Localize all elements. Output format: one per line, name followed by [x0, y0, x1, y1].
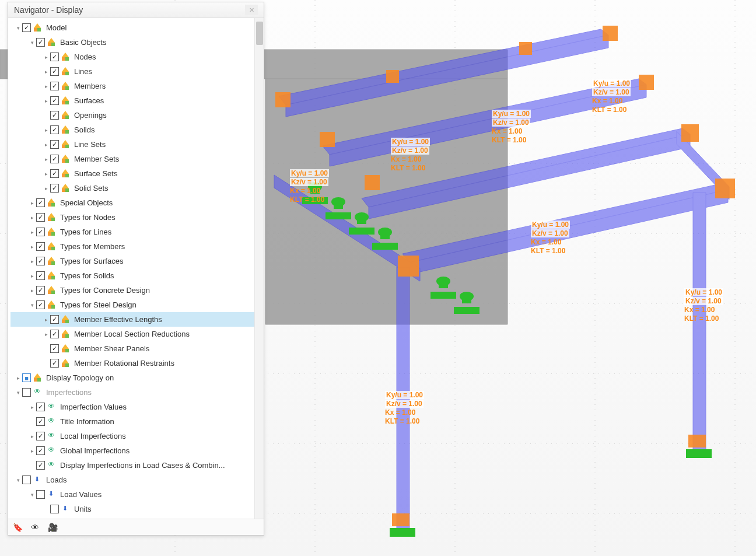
visibility-button[interactable]: 👁 [28, 521, 42, 534]
checkbox[interactable]: ✓ [36, 461, 45, 470]
tree-item-global-imperfections[interactable]: ▸✓Global Imperfections [10, 443, 264, 458]
chevron-right-icon[interactable]: ▸ [28, 404, 36, 410]
tree-item-nodes[interactable]: ▸✓Nodes [10, 50, 264, 64]
chevron-right-icon[interactable]: ▸ [28, 215, 36, 221]
tree-item-types-for-solids[interactable]: ▸✓Types for Solids [10, 268, 264, 283]
chevron-right-icon[interactable]: ▸ [28, 288, 36, 293]
checkbox[interactable]: ✓ [36, 417, 45, 426]
camera-button[interactable]: 🎥 [46, 521, 60, 534]
tree-item-surface-sets[interactable]: ▸✓Surface Sets [10, 166, 264, 181]
chevron-right-icon[interactable]: ▸ [42, 54, 50, 60]
chevron-right-icon[interactable]: ▸ [28, 200, 36, 206]
checkbox[interactable]: ✓ [36, 38, 45, 47]
checkbox[interactable]: ✓ [50, 184, 59, 193]
checkbox[interactable]: ✓ [50, 53, 59, 61]
tree-item-load-case-numbers[interactable]: Load Case Numbers [10, 516, 264, 519]
chevron-down-icon[interactable]: ▾ [14, 390, 22, 396]
tree-item-display-imperfections-in-load-cases-combin[interactable]: ✓Display Imperfections in Load Cases & C… [10, 458, 264, 473]
chevron-down-icon[interactable]: ▾ [28, 40, 36, 46]
checkbox[interactable] [22, 388, 31, 397]
chevron-right-icon[interactable]: ▸ [42, 171, 50, 177]
checkbox[interactable]: ✓ [50, 96, 59, 105]
chevron-right-icon[interactable]: ▸ [28, 258, 36, 264]
panel-title-bar[interactable]: Navigator - Display ✕ [8, 2, 264, 18]
chevron-right-icon[interactable]: ▸ [42, 142, 50, 148]
chevron-right-icon[interactable]: ▸ [42, 317, 50, 323]
chevron-right-icon[interactable]: ▸ [42, 331, 50, 337]
tree-item-solids[interactable]: ▸✓Solids [10, 123, 264, 137]
tree-item-imperfections[interactable]: ▾Imperfections [10, 385, 264, 400]
chevron-right-icon[interactable]: ▸ [28, 229, 36, 235]
tree-item-types-for-concrete-design[interactable]: ▸✓Types for Concrete Design [10, 283, 264, 298]
checkbox[interactable]: ✓ [50, 111, 59, 120]
chevron-down-icon[interactable]: ▾ [28, 492, 36, 498]
checkbox[interactable]: ✓ [36, 286, 45, 295]
chevron-right-icon[interactable]: ▸ [42, 69, 50, 75]
checkbox[interactable]: ✓ [50, 359, 59, 368]
tree-item-member-sets[interactable]: ▸✓Member Sets [10, 152, 264, 166]
tree-item-special-objects[interactable]: ▸✓Special Objects [10, 195, 264, 210]
chevron-right-icon[interactable]: ▸ [42, 186, 50, 191]
chevron-right-icon[interactable]: ▸ [42, 156, 50, 162]
tree-item-title-information[interactable]: ✓Title Information [10, 414, 264, 429]
tree-item-types-for-steel-design[interactable]: ▾✓Types for Steel Design [10, 298, 264, 312]
tree-item-model[interactable]: ▾✓Model [10, 20, 264, 35]
checkbox[interactable]: ■ [22, 373, 31, 382]
tree-item-member-rotational-restraints[interactable]: ✓Member Rotational Restraints [10, 356, 264, 370]
tree-item-solid-sets[interactable]: ▸✓Solid Sets [10, 181, 264, 195]
tree-item-units[interactable]: Units [10, 502, 264, 516]
tree-item-types-for-lines[interactable]: ▸✓Types for Lines [10, 225, 264, 239]
checkbox[interactable]: ✓ [50, 125, 59, 134]
checkbox[interactable]: ✓ [36, 271, 45, 280]
chevron-down-icon[interactable]: ▾ [14, 477, 22, 483]
tree-item-openings[interactable]: ✓Openings [10, 108, 264, 123]
chevron-right-icon[interactable]: ▸ [42, 98, 50, 104]
chevron-right-icon[interactable]: ▸ [28, 273, 36, 279]
tree-item-types-for-surfaces[interactable]: ▸✓Types for Surfaces [10, 254, 264, 268]
checkbox[interactable]: ✓ [36, 403, 45, 411]
checkbox[interactable]: ✓ [50, 315, 59, 324]
tree-item-load-values[interactable]: ▾Load Values [10, 487, 264, 502]
tree-item-types-for-members[interactable]: ▸✓Types for Members [10, 239, 264, 254]
checkbox[interactable]: ✓ [36, 242, 45, 251]
tree-item-local-imperfections[interactable]: ▸✓Local Imperfections [10, 429, 264, 443]
tree-item-basic-objects[interactable]: ▾✓Basic Objects [10, 35, 264, 50]
checkbox[interactable]: ✓ [50, 67, 59, 76]
tree-item-lines[interactable]: ▸✓Lines [10, 64, 264, 79]
checkbox[interactable] [50, 505, 59, 513]
checkbox[interactable]: ✓ [36, 446, 45, 455]
checkbox[interactable]: ✓ [36, 228, 45, 236]
chevron-down-icon[interactable]: ▾ [14, 25, 22, 31]
scrollbar-thumb[interactable] [256, 22, 263, 45]
tree-item-member-shear-panels[interactable]: ✓Member Shear Panels [10, 341, 264, 356]
tree-item-member-effective-lengths[interactable]: ▸✓Member Effective Lengths [10, 312, 264, 327]
filter-button[interactable]: 🔖 [10, 521, 24, 534]
chevron-right-icon[interactable]: ▸ [28, 433, 36, 439]
tree-item-surfaces[interactable]: ▸✓Surfaces [10, 93, 264, 108]
checkbox[interactable]: ✓ [36, 257, 45, 265]
checkbox[interactable]: ✓ [50, 155, 59, 163]
checkbox[interactable]: ✓ [36, 300, 45, 309]
chevron-right-icon[interactable]: ▸ [28, 448, 36, 454]
checkbox[interactable]: ✓ [50, 82, 59, 90]
tree-item-types-for-nodes[interactable]: ▸✓Types for Nodes [10, 210, 264, 225]
tree-view[interactable]: ▾✓Model▾✓Basic Objects▸✓Nodes▸✓Lines▸✓Me… [8, 18, 264, 519]
checkbox[interactable] [22, 475, 31, 484]
tree-item-imperfection-values[interactable]: ▸✓Imperfection Values [10, 400, 264, 414]
tree-item-loads[interactable]: ▾Loads [10, 473, 264, 487]
checkbox[interactable]: ✓ [36, 432, 45, 440]
scrollbar[interactable] [254, 18, 264, 519]
checkbox[interactable]: ✓ [36, 213, 45, 222]
tree-item-members[interactable]: ▸✓Members [10, 79, 264, 93]
tree-item-member-local-section-reductions[interactable]: ▸✓Member Local Section Reductions [10, 327, 264, 341]
close-icon[interactable]: ✕ [245, 5, 258, 15]
chevron-right-icon[interactable]: ▸ [28, 244, 36, 250]
checkbox[interactable]: ✓ [50, 140, 59, 149]
checkbox[interactable]: ✓ [50, 344, 59, 353]
tree-item-display-topology-on[interactable]: ▸■Display Topology on [10, 370, 264, 385]
tree-item-line-sets[interactable]: ▸✓Line Sets [10, 137, 264, 152]
chevron-right-icon[interactable]: ▸ [14, 375, 22, 381]
checkbox[interactable]: ✓ [22, 23, 31, 32]
checkbox[interactable] [36, 490, 45, 499]
checkbox[interactable]: ✓ [50, 169, 59, 178]
